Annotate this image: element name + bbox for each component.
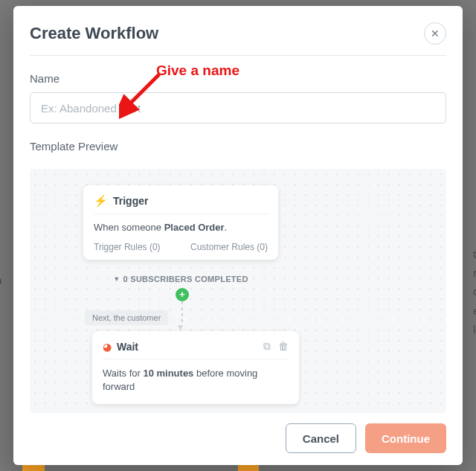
template-preview-label: Template Preview [30, 140, 446, 153]
wait-card[interactable]: ◕ Wait ⧉ 🗑 Waits for 10 minutes before m… [92, 331, 299, 404]
wait-card-header: ◕ Wait ⧉ 🗑 [103, 340, 289, 359]
caret-down-icon: ▼ [113, 275, 120, 283]
close-button[interactable]: ✕ [424, 22, 446, 45]
trigger-card-title: Trigger [113, 195, 148, 207]
trash-icon[interactable]: 🗑 [278, 340, 289, 353]
trigger-rules-footer: Trigger Rules (0) Customer Rules (0) [94, 242, 268, 252]
close-icon: ✕ [431, 28, 440, 39]
trigger-rules-link[interactable]: Trigger Rules (0) [94, 242, 161, 252]
trigger-description: When someone Placed Order. [94, 222, 268, 233]
background-text-left: te ron [0, 253, 1, 290]
wait-description: Waits for 10 minutes before moving forwa… [103, 367, 289, 394]
customer-rules-link[interactable]: Customer Rules (0) [190, 242, 268, 252]
workflow-name-input[interactable] [30, 92, 446, 124]
subscribers-completed-row[interactable]: ▼0 SUBSCRIBERS COMPLETED [83, 275, 278, 283]
background-text-right: th rec cus ete les [473, 246, 476, 339]
modal-title: Create Workflow [30, 24, 158, 43]
template-preview-canvas: ⚡ Trigger When someone Placed Order. Tri… [30, 169, 446, 413]
trigger-card[interactable]: ⚡ Trigger When someone Placed Order. Tri… [83, 185, 278, 260]
next-customer-label: Next, the customer [85, 310, 168, 325]
clock-icon: ◕ [103, 341, 112, 353]
add-step-node[interactable]: + [176, 288, 189, 301]
trigger-card-header: ⚡ Trigger [94, 194, 268, 214]
modal-footer: Cancel Continue [30, 413, 446, 453]
cancel-button[interactable]: Cancel [286, 423, 356, 453]
name-label: Name [30, 72, 446, 85]
wait-card-title: Wait [117, 341, 138, 353]
continue-button[interactable]: Continue [365, 423, 446, 453]
modal-header: Create Workflow ✕ [30, 22, 446, 56]
create-workflow-modal: Create Workflow ✕ Name Template Preview … [13, 6, 463, 465]
duplicate-icon[interactable]: ⧉ [263, 340, 271, 353]
lightning-icon: ⚡ [94, 194, 108, 208]
